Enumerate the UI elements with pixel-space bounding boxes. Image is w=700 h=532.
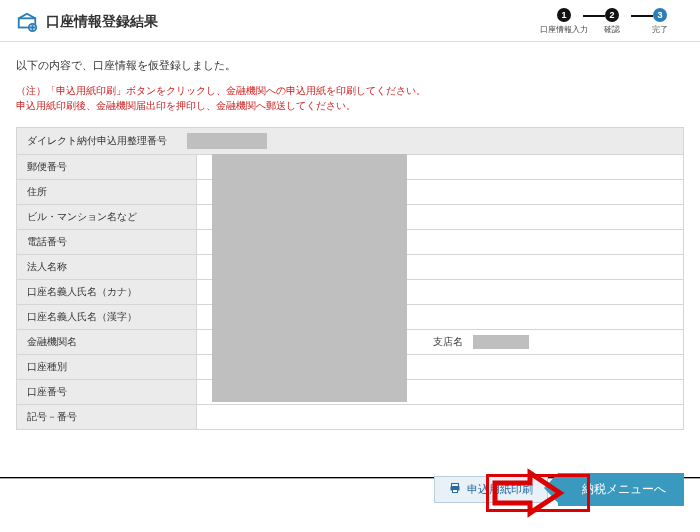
branch-label: 支店名 — [423, 335, 473, 349]
page-title: 口座情報登録結果 — [46, 13, 158, 31]
progress-steps: 1口座情報入力 2確認 3完了 — [540, 8, 684, 35]
redacted-values-mask — [212, 154, 407, 402]
tax-menu-button[interactable]: 納税メニューへ — [558, 473, 684, 506]
svg-rect-4 — [453, 490, 458, 493]
reference-number-row: ダイレクト納付申込用整理番号 — [16, 127, 684, 154]
reference-number-value — [187, 133, 267, 149]
bank-icon — [16, 11, 38, 33]
intro-text: 以下の内容で、口座情報を仮登録しました。 — [16, 58, 684, 73]
printer-icon — [449, 482, 461, 497]
print-application-button[interactable]: 申込用紙印刷 — [434, 476, 548, 503]
svg-rect-2 — [452, 484, 459, 487]
warning-note: （注）「申込用紙印刷」ボタンをクリックし、金融機関への申込用紙を印刷してください… — [16, 83, 684, 113]
branch-value — [473, 335, 529, 349]
